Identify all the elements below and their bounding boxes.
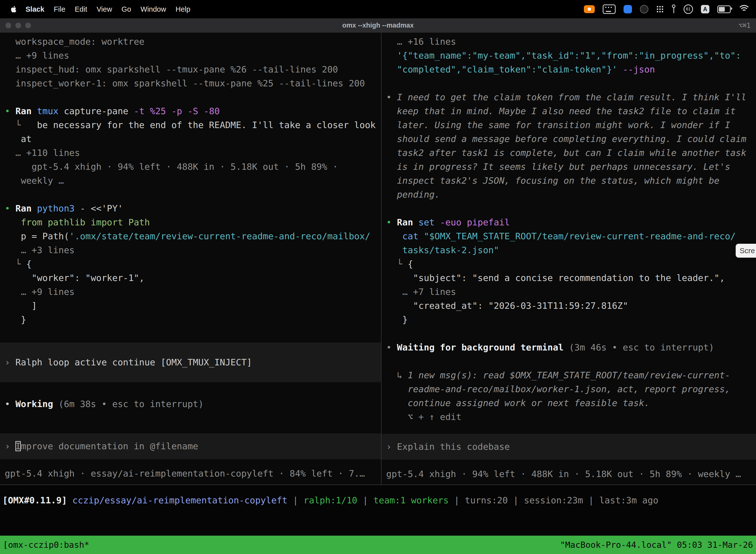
terminal-line: inspect_hud: omx sparkshell --tmux-pane … bbox=[0, 63, 381, 76]
omx-version-label: [OMX#0.11.9] bbox=[2, 495, 67, 505]
terminal-line: … +9 lines bbox=[0, 49, 381, 63]
terminal-line: ↳ 1 new msg(s): read $OMX_TEAM_STATE_ROO… bbox=[381, 368, 756, 382]
terminal-text-segment: └ bbox=[386, 259, 408, 269]
terminal-line: … +110 lines bbox=[0, 146, 381, 160]
terminal-text-segment: (6m 38s • esc to interrupt) bbox=[53, 399, 204, 409]
terminal-text-segment: "created_at": "2026-03-31T11:59:27.816Z" bbox=[386, 300, 628, 311]
dark-app-icon[interactable] bbox=[640, 5, 648, 13]
ran-command-line[interactable]: • Ran set -euo pipefail bbox=[381, 215, 756, 229]
terminal-text-segment: Working bbox=[15, 399, 53, 409]
terminal-text-segment: be necessary for the end of the README. … bbox=[37, 120, 376, 130]
turns-counter: turns:20 bbox=[465, 495, 508, 505]
menu-app-name[interactable]: Slack bbox=[21, 5, 49, 13]
terminal-line: └ be necessary for the end of the README… bbox=[0, 118, 381, 132]
terminal-content: workspace_mode: worktree … +9 lines insp… bbox=[0, 33, 756, 485]
model-status-line: gpt-5.4 xhigh · essay/ai-reimplementatio… bbox=[0, 466, 381, 481]
tmux-session-label[interactable]: [omx-cczip0:bash* bbox=[3, 540, 89, 550]
terminal-text-segment: • bbox=[386, 92, 397, 102]
terminal-line: inspect task2's JSON, focusing on the st… bbox=[381, 174, 756, 188]
terminal-text-segment: ] bbox=[5, 300, 37, 311]
ran-command-line[interactable]: • Ran tmux capture-pane -t %25 -p -S -80 bbox=[0, 104, 381, 118]
terminal-text-segment: pending. bbox=[386, 189, 440, 200]
terminal-text-segment: "worker": "worker-1", bbox=[5, 273, 145, 283]
left-terminal-pane: workspace_mode: worktree … +9 lines insp… bbox=[0, 33, 381, 485]
traffic-lights bbox=[5, 22, 31, 28]
keyboard-viewer-icon[interactable] bbox=[603, 4, 616, 14]
terminal-text-segment: • bbox=[5, 203, 15, 214]
right-terminal-pane: … +16 lines '{"team_name":"my-team","tas… bbox=[381, 33, 756, 485]
menu-bar-status-area: 61 A bbox=[584, 4, 750, 14]
terminal-text-segment: { bbox=[26, 259, 32, 269]
close-button[interactable] bbox=[5, 22, 11, 28]
terminal-text-segment: Explain this codebase bbox=[397, 442, 510, 452]
terminal-text-segment: • bbox=[5, 106, 15, 116]
terminal-text-segment: task2 after task1 is complete, but can I… bbox=[386, 148, 746, 158]
terminal-text-segment: Ran bbox=[397, 217, 419, 227]
menu-view[interactable]: View bbox=[92, 5, 117, 13]
terminal-text-segment: … +3 lines bbox=[5, 245, 75, 255]
menu-edit[interactable]: Edit bbox=[70, 5, 92, 13]
terminal-text-segment: ⌥ + ↑ edit bbox=[386, 412, 461, 422]
battery-percent-badge[interactable]: 61 bbox=[684, 4, 693, 14]
ralph-loop-banner[interactable]: › Ralph loop active continue [OMX_TMUX_I… bbox=[0, 342, 381, 382]
menu-window[interactable]: Window bbox=[136, 5, 171, 13]
input-source-icon[interactable]: A bbox=[701, 5, 709, 13]
screen-overlay-badge[interactable]: Scre bbox=[736, 244, 756, 258]
model-status-line: gpt-5.4 xhigh · 94% left · 488K in · 5.1… bbox=[381, 467, 756, 481]
terminal-line bbox=[381, 202, 756, 215]
terminal-line: … +16 lines bbox=[381, 35, 756, 49]
menu-help[interactable]: Help bbox=[171, 5, 195, 13]
composer-placeholder[interactable]: › Improve documentation in @filename bbox=[0, 433, 381, 459]
screen-recording-indicator[interactable] bbox=[584, 5, 595, 13]
terminal-line: "created_at": "2026-03-31T11:59:27.816Z" bbox=[381, 299, 756, 313]
terminal-line: continue assigned work or next feasible … bbox=[381, 396, 756, 410]
terminal-line: readme-and-reco/mailbox/worker-1.json, a… bbox=[381, 382, 756, 396]
window-title-bar[interactable]: omx --xhigh --madmax ⌥⌘1 bbox=[0, 18, 756, 33]
terminal-text-segment: mprove documentation in @filename bbox=[21, 441, 198, 451]
terminal-text-segment: | bbox=[288, 495, 304, 505]
grid-menu-icon[interactable] bbox=[656, 5, 664, 13]
terminal-line: "worker": "worker-1", bbox=[0, 271, 381, 285]
terminal-text-segment: } bbox=[5, 315, 26, 325]
terminal-window: omx --xhigh --madmax ⌥⌘1 workspace_mode:… bbox=[0, 18, 756, 507]
terminal-line: later. Using the same for transition mig… bbox=[381, 118, 756, 132]
apple-menu[interactable] bbox=[6, 6, 21, 12]
terminal-line: at bbox=[0, 132, 381, 146]
composer-placeholder[interactable]: › Explain this codebase bbox=[381, 434, 756, 460]
ran-command-line[interactable]: • Ran python3 - <<'PY' bbox=[0, 202, 381, 215]
terminal-text-segment: | bbox=[449, 495, 465, 505]
terminal-line: workspace_mode: worktree bbox=[0, 35, 381, 49]
terminal-text-segment: Ralph loop active continue [OMX_TMUX_INJ… bbox=[15, 357, 252, 367]
terminal-line bbox=[381, 327, 756, 340]
terminal-line: tasks/task-2.json" bbox=[381, 243, 756, 257]
minimize-button[interactable] bbox=[15, 22, 21, 28]
terminal-text-segment: from pathlib import Path bbox=[21, 217, 150, 227]
terminal-text-segment: continue assigned work or next feasible … bbox=[386, 398, 649, 408]
terminal-text-segment: | bbox=[508, 495, 524, 505]
terminal-text-segment: (3m 46s • esc to interrupt) bbox=[564, 342, 714, 352]
battery-icon[interactable] bbox=[717, 5, 731, 13]
terminal-text-segment: at bbox=[5, 134, 32, 144]
terminal-text-segment: … +7 lines bbox=[386, 287, 456, 297]
terminal-text-segment: Ran bbox=[15, 203, 37, 214]
terminal-text-segment: workspace_mode: worktree bbox=[5, 37, 145, 47]
terminal-text-segment: └ bbox=[5, 259, 26, 269]
terminal-line: ⌥ + ↑ edit bbox=[381, 410, 756, 424]
terminal-line: └ { bbox=[0, 257, 381, 271]
terminal-line: … +7 lines bbox=[381, 285, 756, 299]
tmux-host-clock-label: "MacBook-Pro-44.local" 05:03 31-Mar-26 bbox=[560, 540, 753, 550]
terminal-line: '{"team_name":"my-team","task_id":"1","f… bbox=[381, 49, 756, 63]
key-icon[interactable] bbox=[672, 4, 676, 14]
menu-file[interactable]: File bbox=[49, 5, 70, 13]
terminal-text-segment: inspect_worker-1: omx sparkshell --tmux-… bbox=[5, 78, 365, 88]
last-activity: last:3m ago bbox=[599, 495, 658, 505]
wifi-icon[interactable] bbox=[739, 5, 750, 13]
terminal-line: } bbox=[381, 313, 756, 327]
terminal-text-segment: gpt-5.4 xhigh · 94% left · 488K in · 5.1… bbox=[386, 469, 741, 479]
menu-go[interactable]: Go bbox=[117, 5, 136, 13]
terminal-text-segment: › bbox=[5, 441, 15, 451]
terminal-text-segment: readme-and-reco/mailbox/worker-1.json, a… bbox=[386, 384, 730, 394]
apple-icon bbox=[10, 6, 17, 12]
blue-app-icon[interactable] bbox=[624, 5, 632, 13]
zoom-button[interactable] bbox=[25, 22, 31, 28]
